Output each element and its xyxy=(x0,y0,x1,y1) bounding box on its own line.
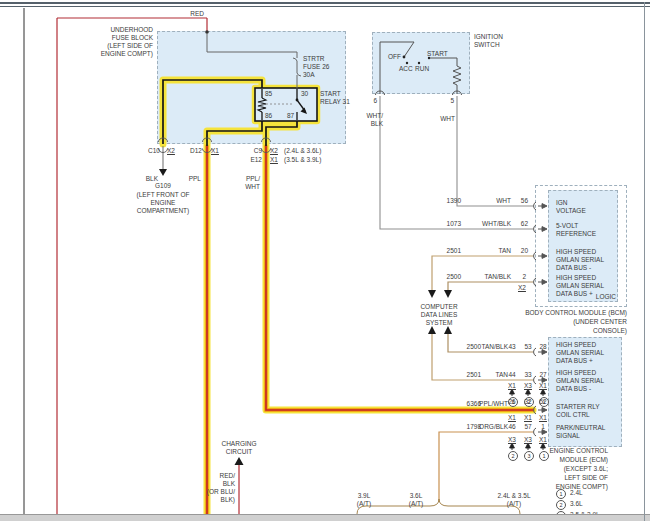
ground-id: G109 xyxy=(143,182,183,190)
relay-label: RELAY 31 xyxy=(320,98,350,106)
ecm-caption: (EXCEPT 3.6L; xyxy=(564,465,608,473)
connector-e12: E12 xyxy=(250,156,262,164)
pin-term: X1 xyxy=(537,436,549,444)
pin-num: 33 xyxy=(522,371,534,379)
ecm-row-label: HIGH SPEED xyxy=(556,369,596,377)
bcm-pin-arrow-icons xyxy=(534,202,547,286)
branch-label: 3.6L xyxy=(396,492,436,500)
circuit-num: 1073 xyxy=(447,220,461,228)
circuit-num: 2501 xyxy=(467,371,481,379)
ground-location: (LEFT FRONT OF xyxy=(133,191,193,199)
pin-num: 2 xyxy=(522,273,526,281)
connector-c9-note: (2.4L & 3.6L) xyxy=(284,147,321,155)
ignition-pos-acc: ACC xyxy=(399,65,413,73)
pin-num: 20 xyxy=(521,247,528,255)
bcm-row-label: DATA BUS + xyxy=(556,290,593,298)
ignition-pos-start: START xyxy=(427,50,448,58)
wire-label-ppl-wht: PPL/ xyxy=(246,175,260,183)
ground-arrow-icon xyxy=(159,169,167,176)
fuse-label: 30A xyxy=(303,71,315,79)
relay-pin-86: 86 xyxy=(265,112,272,120)
ecm-row-label: SIGNAL xyxy=(556,432,580,440)
pin-num: 53 xyxy=(522,343,534,351)
ecm-row-label: HIGH SPEED xyxy=(556,341,596,349)
wire-color: TAN xyxy=(498,247,511,255)
fuse-label: FUSE 26 xyxy=(303,63,329,71)
pin-num: 26 xyxy=(506,398,518,406)
pin-term: X3 xyxy=(522,436,534,444)
ecm-row-label: PARK/NEUTRAL xyxy=(556,424,605,432)
data-lines-label: SYSTEM xyxy=(408,319,470,327)
wire-label-red-blk: RED/ xyxy=(219,472,235,480)
bcm-row-label: VOLTAGE xyxy=(556,207,586,215)
pin-term: X1 xyxy=(506,414,518,422)
bcm-row-label: 5-VOLT xyxy=(556,222,578,230)
highlighted-circuit-red-core xyxy=(207,146,533,516)
charging-dest-label: CHARGING xyxy=(214,440,264,448)
charging-arrow-icon xyxy=(235,457,244,465)
branch-label: 3.9L xyxy=(344,492,384,500)
highlighted-circuit-orange xyxy=(207,146,533,516)
relay-label: START xyxy=(320,90,341,98)
connector-c10: C10 xyxy=(148,147,160,155)
wire-layer xyxy=(0,0,650,521)
pin-num: 62 xyxy=(521,220,528,228)
ecm-row-label: GMLAN SERIAL xyxy=(556,377,604,385)
window-top-border xyxy=(0,2,650,4)
wire-color: WHT/BLK xyxy=(482,220,511,228)
fuse-block-caption: UNDERHOOD xyxy=(110,26,153,34)
wiring-diagram-canvas[interactable]: RED UNDERHOOD FUSE BLOCK (LEFT SIDE OF E… xyxy=(0,0,650,521)
pin-term: X3 xyxy=(506,436,518,444)
charging-dest-label: CIRCUIT xyxy=(214,448,264,456)
wire-color: TAN/BLK xyxy=(481,343,508,351)
wire-color: ORG/BLK xyxy=(479,423,508,431)
bcm-row-label: GMLAN SERIAL xyxy=(556,256,604,264)
connector-d12: D12 xyxy=(190,147,202,155)
pin-num: 57 xyxy=(522,423,534,431)
pin-num: 1 xyxy=(537,423,549,431)
connector-c9-term: X2 xyxy=(270,147,278,155)
bcm-row-label: GMLAN SERIAL xyxy=(556,282,604,290)
variant-badge: 1 xyxy=(539,451,549,461)
bcm-caption: (UNDER CENTER xyxy=(573,318,627,326)
bcm-row-label: DATA BUS - xyxy=(556,264,591,272)
wire-label-wht-blk: WHT/ xyxy=(366,112,383,120)
pin-term: X1 xyxy=(537,414,549,422)
bcm-row-label: HIGH SPEED xyxy=(556,274,596,282)
legend-badge: 1 xyxy=(556,489,566,499)
wire-label-red-blk: (OR BLU/ xyxy=(207,488,235,496)
branch-label: (A/T) xyxy=(479,500,549,508)
pin-num: 43 xyxy=(506,343,518,351)
fuse-block-caption: (LEFT SIDE OF xyxy=(107,42,153,50)
connector-c10-term: X2 xyxy=(167,147,175,155)
fuse-block-caption: ENGINE COMPT) xyxy=(101,50,153,58)
wire-color: TAN/BLK xyxy=(484,273,511,281)
ignition-pos-off: OFF xyxy=(388,53,401,61)
legend-label: 3.6L xyxy=(570,500,583,508)
wire-label-ppl-wht: WHT xyxy=(245,183,260,191)
wire-color: PPL/WHT xyxy=(479,400,508,408)
wire-label-wht: WHT xyxy=(440,115,455,123)
branch-label: 2.4L & 3.5L xyxy=(479,492,549,500)
ignition-pos-run: RUN xyxy=(415,65,429,73)
connector-e12-term: X1 xyxy=(270,156,278,164)
fuse-block-caption: FUSE BLOCK xyxy=(112,34,153,42)
pin-num: 27 xyxy=(537,371,549,379)
pin-term: X2 xyxy=(518,284,526,292)
connector-c9: C9 xyxy=(254,147,262,155)
bcm-row-label: REFERENCE xyxy=(556,230,596,238)
ecm-row-label: DATA BUS - xyxy=(556,385,591,393)
window-right-border xyxy=(644,2,645,521)
window-bottom-bar xyxy=(0,514,650,521)
wire-label-ppl: PPL xyxy=(189,175,201,183)
ecm-row-label: STARTER RLY xyxy=(556,403,600,411)
relay-contact-dot xyxy=(296,99,299,102)
pin-num: 56 xyxy=(521,197,528,205)
pin-term: X3 xyxy=(522,382,534,390)
ignition-output-wires xyxy=(380,96,533,229)
variant-badge: 2 xyxy=(508,451,518,461)
relay-pin-30: 30 xyxy=(301,90,308,98)
pin-term: X1 xyxy=(506,382,518,390)
circuit-num: 2501 xyxy=(447,247,461,255)
branch-label: (A/T) xyxy=(344,500,384,508)
